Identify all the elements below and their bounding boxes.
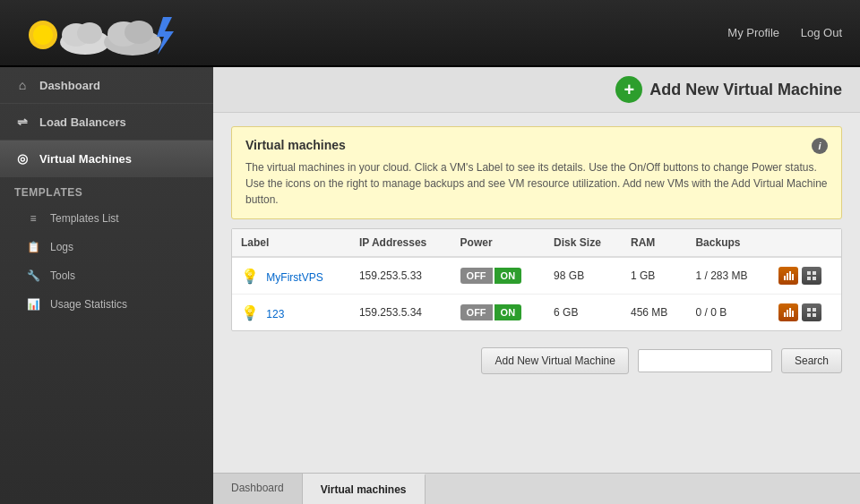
svg-rect-10 <box>787 273 788 280</box>
power-on-button[interactable]: ON <box>494 304 522 320</box>
vm-label-cell: 💡 MyFirstVPS <box>232 257 350 295</box>
sidebar-item-logs[interactable]: 📋 Logs <box>0 233 213 261</box>
manage-icon[interactable] <box>802 267 821 285</box>
vm-disk-cell: 6 GB <box>545 295 622 331</box>
templates-list-icon: ≡ <box>25 212 41 225</box>
svg-rect-22 <box>813 308 816 312</box>
col-header-disk: Disk Size <box>545 229 622 257</box>
svg-rect-16 <box>813 277 816 280</box>
col-header-power: Power <box>452 229 546 257</box>
svg-point-1 <box>33 25 53 45</box>
bulb-icon: 💡 <box>241 305 259 320</box>
dashboard-icon: ⌂ <box>14 78 30 92</box>
power-off-button[interactable]: OFF <box>460 304 493 320</box>
sidebar-item-usage-statistics[interactable]: 📊 Usage Statistics <box>0 290 213 319</box>
col-header-actions <box>770 229 841 257</box>
power-on-button[interactable]: ON <box>494 268 522 284</box>
svg-rect-9 <box>784 276 786 280</box>
table-row: 💡 123 159.253.5.34 OFF ON 6 GB 456 MB 0 … <box>232 295 841 331</box>
svg-rect-13 <box>807 271 811 275</box>
table-row: 💡 MyFirstVPS 159.253.5.33 OFF ON 98 GB 1… <box>232 257 841 295</box>
main-content: + Add New Virtual Machine i Virtual mach… <box>213 67 860 504</box>
col-header-ram: RAM <box>622 229 686 257</box>
svg-point-4 <box>77 22 102 44</box>
sidebar-item-tools[interactable]: 🔧 Tools <box>0 261 213 290</box>
svg-rect-18 <box>787 310 788 317</box>
action-icons <box>778 267 832 285</box>
search-button[interactable]: Search <box>781 348 842 373</box>
vm-table: Label IP Addresses Power Disk Size RAM B… <box>232 229 841 330</box>
vm-ram-cell: 456 MB <box>622 295 686 331</box>
top-navigation: My Profile Log Out <box>0 0 860 67</box>
sidebar-logs-label: Logs <box>50 241 73 253</box>
col-header-ip: IP Addresses <box>350 229 452 257</box>
info-body: The virtual machines in your cloud. Clic… <box>245 159 828 208</box>
vm-ip-cell: 159.253.5.34 <box>350 295 452 331</box>
svg-rect-23 <box>807 313 811 317</box>
tools-icon: 🔧 <box>25 269 41 282</box>
sidebar-item-load-balancers[interactable]: ⇌ Load Balancers <box>0 104 213 141</box>
vm-ip-cell: 159.253.5.33 <box>350 257 452 295</box>
vm-power-cell: OFF ON <box>452 295 546 331</box>
svg-rect-20 <box>792 311 794 317</box>
sidebar-load-balancers-label: Load Balancers <box>39 115 126 129</box>
sidebar-usage-statistics-label: Usage Statistics <box>50 298 127 311</box>
vm-actions-cell <box>770 257 841 295</box>
power-buttons: OFF ON <box>460 268 522 284</box>
svg-rect-21 <box>807 308 811 312</box>
power-off-button[interactable]: OFF <box>460 268 493 284</box>
logo <box>18 8 188 57</box>
bulb-icon: 💡 <box>241 269 259 284</box>
vm-label-cell: 💡 123 <box>232 295 350 331</box>
add-vm-top-button[interactable]: + Add New Virtual Machine <box>615 76 842 103</box>
vm-backups-cell: 1 / 283 MB <box>686 257 769 295</box>
vm-ram-cell: 1 GB <box>622 257 686 295</box>
sidebar-item-virtual-machines[interactable]: ◎ Virtual Machines <box>0 141 213 177</box>
stats-icon[interactable] <box>778 303 798 321</box>
main-layout: ⌂ Dashboard ⇌ Load Balancers ◎ Virtual M… <box>0 67 860 504</box>
tab-dashboard[interactable]: Dashboard <box>213 474 303 504</box>
svg-point-7 <box>125 21 153 44</box>
sidebar-item-templates-list[interactable]: ≡ Templates List <box>0 204 213 233</box>
vm-label-link[interactable]: 123 <box>266 308 284 320</box>
svg-rect-24 <box>813 313 816 317</box>
svg-rect-12 <box>792 274 794 280</box>
bottom-controls: Add New Virtual Machine Search <box>213 340 860 381</box>
sidebar-dashboard-label: Dashboard <box>39 79 100 92</box>
svg-rect-14 <box>813 271 816 275</box>
svg-rect-15 <box>807 277 811 280</box>
load-balancers-icon: ⇌ <box>14 115 30 129</box>
svg-rect-17 <box>784 312 786 317</box>
sidebar-virtual-machines-label: Virtual Machines <box>39 152 132 166</box>
info-icon: i <box>812 138 828 154</box>
col-header-label: Label <box>232 229 350 257</box>
action-icons <box>778 303 832 321</box>
virtual-machines-icon: ◎ <box>14 151 30 166</box>
power-buttons: OFF ON <box>460 304 522 320</box>
svg-rect-19 <box>789 308 791 317</box>
stats-icon[interactable] <box>778 267 798 285</box>
usage-statistics-icon: 📊 <box>25 298 41 311</box>
svg-rect-11 <box>789 271 791 280</box>
info-box: i Virtual machines The virtual machines … <box>231 126 842 219</box>
tab-virtual-machines[interactable]: Virtual machines <box>303 474 426 504</box>
add-vm-bottom-button[interactable]: Add New Virtual Machine <box>481 347 629 374</box>
add-circle-icon: + <box>615 76 642 103</box>
sidebar-item-dashboard[interactable]: ⌂ Dashboard <box>0 67 213 104</box>
vm-label-link[interactable]: MyFirstVPS <box>266 271 322 284</box>
sidebar-tools-label: Tools <box>50 269 75 282</box>
search-input[interactable] <box>638 349 772 372</box>
add-vm-banner: + Add New Virtual Machine <box>213 67 860 113</box>
vm-backups-cell: 0 / 0 B <box>686 295 769 331</box>
sidebar: ⌂ Dashboard ⇌ Load Balancers ◎ Virtual M… <box>0 67 213 504</box>
vm-power-cell: OFF ON <box>452 257 546 295</box>
info-title: Virtual machines <box>245 138 828 152</box>
log-out-link[interactable]: Log Out <box>801 26 842 39</box>
manage-icon[interactable] <box>802 303 821 321</box>
bottom-tabs: Dashboard Virtual machines <box>213 473 860 504</box>
vm-disk-cell: 98 GB <box>545 257 622 295</box>
my-profile-link[interactable]: My Profile <box>727 26 779 39</box>
top-nav-links: My Profile Log Out <box>710 26 842 39</box>
templates-section-label: Templates <box>0 177 213 204</box>
svg-marker-8 <box>157 17 174 55</box>
